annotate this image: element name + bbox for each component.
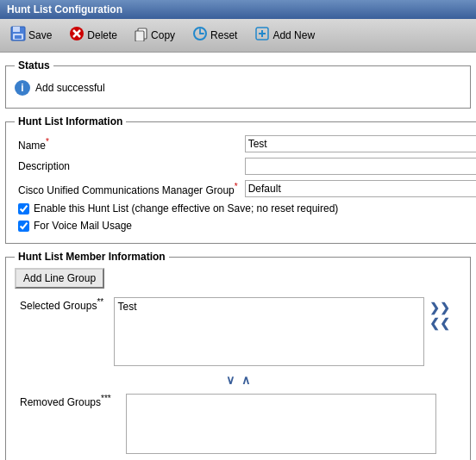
- info-icon: i: [15, 80, 30, 96]
- name-label: Name*: [15, 133, 241, 155]
- page-title: Hunt List Configuration: [7, 3, 122, 16]
- hunt-list-info-legend: Hunt List Information: [15, 115, 126, 127]
- status-legend: Status: [15, 59, 53, 71]
- save-icon: [10, 26, 26, 45]
- selected-groups-listbox[interactable]: Test: [114, 297, 424, 366]
- removed-groups-table: Removed Groups***: [15, 390, 461, 457]
- delete-icon: [69, 26, 85, 45]
- voicemail-checkbox[interactable]: [18, 221, 29, 232]
- svg-rect-9: [136, 32, 143, 40]
- removed-groups-cell: [122, 392, 460, 456]
- hunt-list-member-legend: Hunt List Member Information: [15, 251, 169, 263]
- member-table: Selected Groups** Test ❯❯ ❮❮: [15, 294, 461, 370]
- removed-groups-container: [126, 394, 456, 454]
- removed-groups-row: Removed Groups***: [16, 392, 460, 456]
- reset-label: Reset: [210, 29, 237, 41]
- list-item: Test: [116, 300, 422, 314]
- save-label: Save: [28, 29, 52, 41]
- removed-groups-label: Removed Groups***: [16, 392, 121, 456]
- cucm-group-row: Cisco Unified Communications Manager Gro…: [15, 177, 476, 200]
- delete-label: Delete: [87, 29, 117, 41]
- name-row: Name*: [15, 133, 476, 155]
- delete-button[interactable]: Delete: [66, 24, 121, 47]
- svg-rect-1: [13, 27, 20, 32]
- move-buttons: ❯❯ ❮❮: [428, 297, 452, 330]
- name-cell: [241, 133, 476, 155]
- add-new-icon: [254, 26, 270, 45]
- save-button[interactable]: Save: [7, 24, 55, 47]
- cucm-group-cell: [241, 177, 476, 200]
- status-content: i Add successful: [15, 77, 461, 99]
- reset-button[interactable]: Reset: [189, 24, 241, 47]
- status-section: Status i Add successful: [5, 59, 471, 109]
- description-input[interactable]: [245, 158, 476, 175]
- hunt-list-form-table: Name* Description Cisco Unified Communic…: [15, 133, 476, 200]
- order-up-button[interactable]: ∧: [241, 373, 250, 387]
- enable-huntlist-checkbox[interactable]: [18, 203, 29, 214]
- add-new-label: Add New: [272, 29, 315, 41]
- cucm-group-input[interactable]: [245, 180, 476, 197]
- description-label: Description: [15, 155, 241, 177]
- copy-button[interactable]: Copy: [131, 26, 178, 46]
- name-input[interactable]: [245, 135, 476, 152]
- description-cell: [241, 155, 476, 177]
- reset-icon: [192, 26, 208, 45]
- removed-groups-listbox[interactable]: [126, 394, 436, 454]
- selected-groups-cell: Test ❯❯ ❮❮: [110, 295, 460, 368]
- selected-groups-label: Selected Groups**: [16, 295, 109, 368]
- hunt-list-member-section: Hunt List Member Information Add Line Gr…: [5, 251, 471, 460]
- enable-huntlist-row: Enable this Hunt List (change effective …: [15, 200, 476, 217]
- description-row: Description: [15, 155, 476, 177]
- svg-rect-3: [15, 35, 22, 39]
- order-down-button[interactable]: ∨: [226, 373, 235, 387]
- hunt-list-info-section: Hunt List Information Name* Description …: [5, 115, 476, 244]
- selected-groups-container: Test ❯❯ ❮❮: [114, 297, 456, 366]
- updown-row: ∨ ∧: [15, 370, 461, 390]
- copy-label: Copy: [151, 29, 175, 41]
- toolbar: Save Delete Copy Reset: [0, 19, 476, 53]
- add-new-button[interactable]: Add New: [251, 24, 318, 47]
- move-up-button[interactable]: ❮❮: [428, 316, 452, 330]
- voicemail-label: For Voice Mail Usage: [34, 220, 132, 232]
- voicemail-row: For Voice Mail Usage: [15, 217, 476, 234]
- add-line-group-button[interactable]: Add Line Group: [15, 268, 104, 289]
- move-down-button[interactable]: ❯❯: [428, 301, 452, 314]
- enable-huntlist-label: Enable this Hunt List (change effective …: [34, 202, 338, 214]
- cucm-group-label: Cisco Unified Communications Manager Gro…: [15, 177, 241, 200]
- title-bar: Hunt List Configuration: [0, 0, 476, 19]
- copy-icon: [135, 28, 148, 44]
- selected-groups-row: Selected Groups** Test ❯❯ ❮❮: [16, 295, 460, 368]
- status-message: Add successful: [35, 82, 105, 94]
